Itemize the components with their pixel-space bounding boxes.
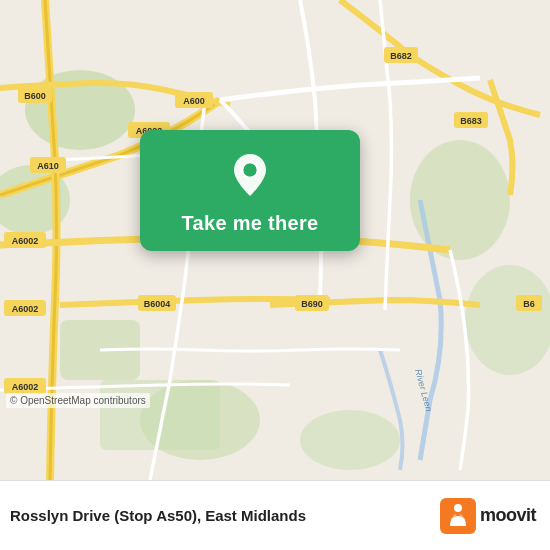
svg-text:A6002: A6002 xyxy=(12,236,39,246)
svg-point-7 xyxy=(300,410,400,470)
stop-name: Rosslyn Drive (Stop As50), East Midlands xyxy=(10,507,306,524)
svg-text:A6002: A6002 xyxy=(12,382,39,392)
svg-text:A610: A610 xyxy=(37,161,59,171)
moovit-brand-icon xyxy=(440,498,476,534)
take-me-card[interactable]: Take me there xyxy=(140,130,360,251)
moovit-logo: moovit xyxy=(440,498,536,534)
svg-text:A6002: A6002 xyxy=(12,304,39,314)
svg-text:B6004: B6004 xyxy=(144,299,171,309)
svg-rect-8 xyxy=(100,380,220,450)
bottom-bar: Rosslyn Drive (Stop As50), East Midlands… xyxy=(0,480,550,550)
map-area: B600 A610 A6002 A6002 A6002 A600 A6002 B… xyxy=(0,0,550,480)
svg-point-37 xyxy=(454,504,462,512)
svg-text:B683: B683 xyxy=(460,116,482,126)
moovit-text: moovit xyxy=(480,505,536,526)
svg-text:B6: B6 xyxy=(523,299,535,309)
svg-text:A600: A600 xyxy=(183,96,205,106)
take-me-label: Take me there xyxy=(182,212,319,235)
stop-info: Rosslyn Drive (Stop As50), East Midlands xyxy=(10,507,306,524)
location-pin-icon xyxy=(224,150,276,202)
svg-point-4 xyxy=(410,140,510,260)
map-copyright: © OpenStreetMap contributors xyxy=(6,393,150,408)
svg-text:B690: B690 xyxy=(301,299,323,309)
svg-text:B600: B600 xyxy=(24,91,46,101)
svg-text:B682: B682 xyxy=(390,51,412,61)
